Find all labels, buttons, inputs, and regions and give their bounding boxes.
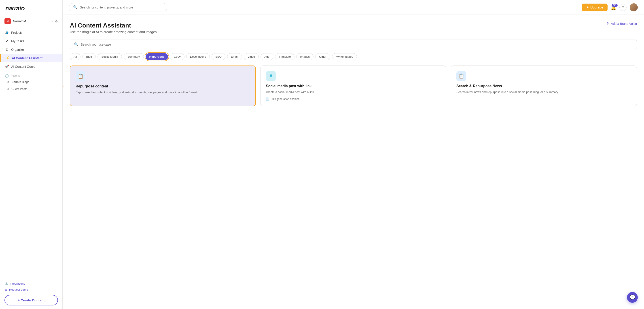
question-icon: ? [622,6,624,9]
document-lines-icon: 📋 [78,74,84,79]
org-name: NarratoM... [13,20,49,23]
filter-tab-translate[interactable]: Translate [275,53,295,60]
page-title: AI Content Assistant [70,22,157,29]
settings-icon[interactable]: ⚙ [55,20,58,23]
card-icon-social: # [266,71,276,81]
sidebar: narrato N NarratoM... ▾ ⚙ 🧳 Projects ✔ M… [0,0,62,309]
filter-tab-blog[interactable]: Blog [82,53,96,60]
sidebar-item-organize[interactable]: ⚙ Organize › [0,46,62,54]
tasks-icon: ✔ [5,39,9,43]
filter-tab-other[interactable]: Other [315,53,330,60]
global-search-bar[interactable]: 🔍 [69,3,167,12]
filter-tab-seo[interactable]: SEO [212,53,225,60]
chevron-down-icon: ▾ [52,20,53,23]
search-icon: 🔍 [74,42,78,46]
sidebar-item-label: AI Content Assistant [12,56,42,60]
card-search-repurpose-news[interactable]: 📋 Search & Repurpose News Search latest … [451,66,637,106]
card-icon-news: 📋 [456,71,466,81]
bulk-icon: 📄 [266,98,269,100]
topbar: 🔍 ✦ Upgrade 🔔 371 ? [62,0,644,15]
sidebar-bottom: ⚓ Integrations 🖥 Request demo + Create C… [0,277,62,309]
sidebar-item-my-tasks[interactable]: ✔ My Tasks [0,37,62,46]
upgrade-button[interactable]: ✦ Upgrade [582,4,608,11]
recent-item-narrato-blogs[interactable]: 🗂 Narrato Blogs [0,78,62,86]
hashtag-icon: # [270,74,272,79]
page-title-block: AI Content Assistant Use the magic of AI… [70,22,157,34]
card-title: Repurpose content [76,84,250,88]
anchor-icon: ⚓ [4,282,8,285]
filter-tabs: All Blog Social Media Summary Repurpose … [70,53,637,60]
user-avatar[interactable] [630,3,638,12]
filter-tab-social-media[interactable]: Social Media [98,53,122,60]
sidebar-item-ai-content-assistant[interactable]: ⚡ AI Content Assistant [0,54,62,62]
sidebar-item-ai-content-genie[interactable]: 🚀 AI Content Genie [0,62,62,71]
org-avatar: N [4,18,11,24]
sidebar-nav: 🧳 Projects ✔ My Tasks ⚙ Organize › ⚡ AI … [0,26,62,277]
use-case-search-bar[interactable]: 🔍 [70,40,637,49]
star-icon: ✦ [586,6,589,9]
request-demo-link[interactable]: 🖥 Request demo [4,287,58,293]
topbar-right: ✦ Upgrade 🔔 371 ? [582,3,638,12]
cards-grid: ➜ 📋 Repurpose content Repurpose the cont… [70,66,637,106]
card-title: Search & Repurpose News [456,84,631,88]
recent-item-guest-posts[interactable]: 🗂 Guest Posts [0,86,62,92]
card-icon-repurpose: 📋 [76,71,86,81]
filter-tab-my-templates[interactable]: My templates [332,53,357,60]
avatar-image [630,3,638,12]
lightning-icon: ⚡ [6,56,10,60]
sidebar-item-projects[interactable]: 🧳 Projects [0,28,62,37]
notification-count: 371 [612,4,618,7]
chat-icon: 💬 [630,294,636,300]
document-icon: 🗂 [7,80,10,84]
filter-tab-copy[interactable]: Copy [170,53,184,60]
card-description: Search latest news and repurpose into a … [456,90,631,94]
upgrade-label: Upgrade [590,6,603,9]
card-social-media-post-with-link[interactable]: # Social media post with link Create a s… [260,66,446,106]
integrations-label: Integrations [10,282,25,285]
filter-tab-ads[interactable]: Ads [260,53,273,60]
monitor-icon: 🖥 [4,288,8,291]
use-case-search-input[interactable] [81,43,632,46]
rocket-icon: 🚀 [5,64,9,69]
page-header: AI Content Assistant Use the magic of AI… [70,22,637,34]
filter-tab-summary[interactable]: Summary [124,53,144,60]
global-search-input[interactable] [80,6,163,9]
create-content-button[interactable]: + Create Content [4,295,58,306]
recents-label: 🕐 Recents [0,71,62,78]
card-description: Repurpose the content in videos, podcast… [76,90,250,94]
main-content: 🔍 ✦ Upgrade 🔔 371 ? AI Content Assistant [62,0,644,309]
microphone-icon: 🎙 [606,22,610,26]
sidebar-item-label: My Tasks [11,39,24,43]
help-button[interactable]: ? [620,4,626,11]
document-icon: 🗂 [7,87,10,90]
page-content: AI Content Assistant Use the magic of AI… [62,15,644,113]
projects-icon: 🧳 [5,31,9,35]
document-lines-icon: 📋 [459,73,464,79]
sidebar-item-label: Projects [11,31,22,34]
filter-tab-images[interactable]: Images [296,53,314,60]
filter-tab-email[interactable]: Email [227,53,242,60]
org-switcher[interactable]: N NarratoM... ▾ ⚙ [0,16,62,26]
filter-tab-descriptions[interactable]: Descriptions [186,53,210,60]
recent-item-label: Narrato Blogs [12,80,29,84]
card-repurpose-content[interactable]: 📋 Repurpose content Repurpose the conten… [70,66,256,106]
card-description: Create a social media post with a link [266,90,441,94]
organize-icon: ⚙ [5,48,9,52]
chat-support-button[interactable]: 💬 [627,292,638,303]
search-icon: 🔍 [73,5,78,10]
card-title: Social media post with link [266,84,441,88]
add-brand-voice-link[interactable]: 🎙 Add a Brand Voice [606,22,637,26]
filter-tab-video[interactable]: Video [244,53,259,60]
chevron-right-icon: › [56,48,58,51]
notifications-button[interactable]: 🔔 371 [611,5,616,10]
page-subtitle: Use the magic of AI to create amazing co… [70,30,157,34]
bulk-generation-badge: 📄 Bulk generation enabled [266,98,441,100]
recent-item-label: Guest Posts [12,87,27,90]
integrations-link[interactable]: ⚓ Integrations [4,280,58,287]
filter-tab-repurpose[interactable]: Repurpose [146,53,168,60]
app-logo: narrato [0,0,62,16]
request-demo-label: Request demo [9,288,28,291]
filter-tab-all[interactable]: All [70,53,80,60]
arrow-indicator: ➜ [62,82,64,90]
sidebar-item-label: AI Content Genie [11,65,35,68]
